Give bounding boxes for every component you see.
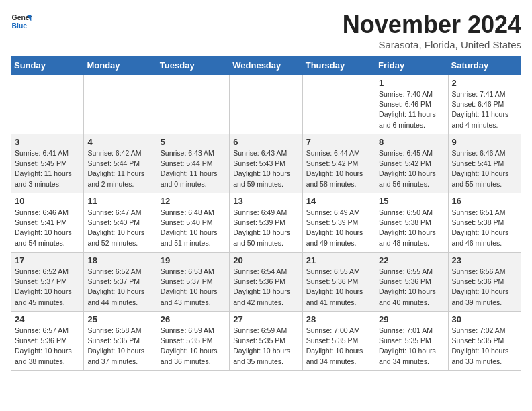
- logo: General Blue: [11, 11, 32, 32]
- day-number: 18: [87, 255, 152, 265]
- logo-icon: General Blue: [11, 11, 32, 32]
- day-info: Sunrise: 6:45 AM Sunset: 5:42 PM Dayligh…: [379, 148, 444, 189]
- calendar-header-cell: Sunday: [11, 56, 84, 75]
- calendar-day-cell: [11, 75, 84, 134]
- calendar-day-cell: 20Sunrise: 6:54 AM Sunset: 5:36 PM Dayli…: [230, 253, 302, 312]
- day-number: 2: [452, 78, 517, 88]
- calendar-week-row: 3Sunrise: 6:41 AM Sunset: 5:45 PM Daylig…: [11, 134, 521, 193]
- day-info: Sunrise: 6:54 AM Sunset: 5:36 PM Dayligh…: [233, 267, 298, 308]
- calendar-day-cell: 19Sunrise: 6:53 AM Sunset: 5:37 PM Dayli…: [157, 253, 229, 312]
- day-number: 5: [161, 137, 226, 147]
- day-info: Sunrise: 6:59 AM Sunset: 5:35 PM Dayligh…: [233, 326, 298, 367]
- day-number: 15: [379, 196, 444, 206]
- day-info: Sunrise: 6:55 AM Sunset: 5:36 PM Dayligh…: [306, 267, 371, 308]
- calendar-day-cell: 23Sunrise: 6:56 AM Sunset: 5:36 PM Dayli…: [448, 253, 521, 312]
- day-number: 24: [15, 314, 80, 324]
- calendar-day-cell: 2Sunrise: 7:41 AM Sunset: 6:46 PM Daylig…: [448, 75, 521, 134]
- day-info: Sunrise: 6:55 AM Sunset: 5:36 PM Dayligh…: [379, 267, 444, 308]
- calendar-day-cell: 29Sunrise: 7:01 AM Sunset: 5:35 PM Dayli…: [375, 312, 448, 371]
- day-number: 6: [233, 137, 298, 147]
- calendar-day-cell: 17Sunrise: 6:52 AM Sunset: 5:37 PM Dayli…: [11, 253, 84, 312]
- day-number: 3: [15, 137, 80, 147]
- day-number: 20: [233, 255, 298, 265]
- day-number: 7: [306, 137, 371, 147]
- day-info: Sunrise: 6:58 AM Sunset: 5:35 PM Dayligh…: [87, 326, 152, 367]
- day-info: Sunrise: 6:51 AM Sunset: 5:38 PM Dayligh…: [452, 208, 517, 248]
- title-area: November 2024 Sarasota, Florida, United …: [343, 11, 521, 50]
- calendar-day-cell: 21Sunrise: 6:55 AM Sunset: 5:36 PM Dayli…: [302, 253, 375, 312]
- day-info: Sunrise: 6:43 AM Sunset: 5:44 PM Dayligh…: [161, 148, 226, 189]
- calendar-week-row: 17Sunrise: 6:52 AM Sunset: 5:37 PM Dayli…: [11, 253, 521, 312]
- day-number: 30: [452, 314, 517, 324]
- day-info: Sunrise: 6:52 AM Sunset: 5:37 PM Dayligh…: [15, 267, 80, 308]
- day-info: Sunrise: 6:41 AM Sunset: 5:45 PM Dayligh…: [15, 148, 80, 189]
- day-info: Sunrise: 6:48 AM Sunset: 5:40 PM Dayligh…: [161, 208, 226, 248]
- calendar-day-cell: 24Sunrise: 6:57 AM Sunset: 5:36 PM Dayli…: [11, 312, 84, 371]
- calendar-day-cell: 9Sunrise: 6:46 AM Sunset: 5:41 PM Daylig…: [448, 134, 521, 193]
- calendar-header-cell: Friday: [375, 56, 448, 75]
- day-number: 22: [379, 255, 444, 265]
- day-info: Sunrise: 6:50 AM Sunset: 5:38 PM Dayligh…: [379, 208, 444, 248]
- day-info: Sunrise: 6:49 AM Sunset: 5:39 PM Dayligh…: [306, 208, 371, 248]
- calendar-day-cell: 16Sunrise: 6:51 AM Sunset: 5:38 PM Dayli…: [448, 193, 521, 253]
- day-number: 16: [452, 196, 517, 206]
- calendar-day-cell: 28Sunrise: 7:00 AM Sunset: 5:35 PM Dayli…: [302, 312, 375, 371]
- calendar-day-cell: 14Sunrise: 6:49 AM Sunset: 5:39 PM Dayli…: [302, 193, 375, 253]
- day-number: 25: [87, 314, 152, 324]
- calendar-day-cell: 22Sunrise: 6:55 AM Sunset: 5:36 PM Dayli…: [375, 253, 448, 312]
- day-number: 10: [15, 196, 80, 206]
- calendar-day-cell: 13Sunrise: 6:49 AM Sunset: 5:39 PM Dayli…: [230, 193, 302, 253]
- day-number: 29: [379, 314, 444, 324]
- day-info: Sunrise: 6:59 AM Sunset: 5:35 PM Dayligh…: [161, 326, 226, 367]
- day-number: 19: [161, 255, 226, 265]
- day-number: 17: [15, 255, 80, 265]
- day-info: Sunrise: 6:46 AM Sunset: 5:41 PM Dayligh…: [452, 148, 517, 189]
- day-info: Sunrise: 7:00 AM Sunset: 5:35 PM Dayligh…: [306, 326, 371, 367]
- day-info: Sunrise: 6:57 AM Sunset: 5:36 PM Dayligh…: [15, 326, 80, 367]
- day-info: Sunrise: 6:49 AM Sunset: 5:39 PM Dayligh…: [233, 208, 298, 248]
- day-number: 12: [161, 196, 226, 206]
- calendar-day-cell: [302, 75, 375, 134]
- calendar-day-cell: 15Sunrise: 6:50 AM Sunset: 5:38 PM Dayli…: [375, 193, 448, 253]
- day-number: 26: [161, 314, 226, 324]
- calendar-header-cell: Saturday: [448, 56, 521, 75]
- day-info: Sunrise: 6:56 AM Sunset: 5:36 PM Dayligh…: [452, 267, 517, 308]
- calendar-day-cell: 6Sunrise: 6:43 AM Sunset: 5:43 PM Daylig…: [230, 134, 302, 193]
- calendar-table: SundayMondayTuesdayWednesdayThursdayFrid…: [11, 56, 521, 371]
- day-number: 4: [87, 137, 152, 147]
- calendar-day-cell: 11Sunrise: 6:47 AM Sunset: 5:40 PM Dayli…: [84, 193, 157, 253]
- svg-text:Blue: Blue: [12, 22, 28, 30]
- day-number: 1: [379, 78, 444, 88]
- day-number: 9: [452, 137, 517, 147]
- day-info: Sunrise: 6:46 AM Sunset: 5:41 PM Dayligh…: [15, 208, 80, 248]
- month-title: November 2024: [343, 11, 521, 39]
- day-info: Sunrise: 7:40 AM Sunset: 6:46 PM Dayligh…: [379, 89, 444, 130]
- day-number: 11: [87, 196, 152, 206]
- calendar-day-cell: 5Sunrise: 6:43 AM Sunset: 5:44 PM Daylig…: [157, 134, 229, 193]
- calendar-week-row: 10Sunrise: 6:46 AM Sunset: 5:41 PM Dayli…: [11, 193, 521, 253]
- calendar-header-cell: Thursday: [302, 56, 375, 75]
- day-number: 21: [306, 255, 371, 265]
- calendar-day-cell: 27Sunrise: 6:59 AM Sunset: 5:35 PM Dayli…: [230, 312, 302, 371]
- calendar-day-cell: 10Sunrise: 6:46 AM Sunset: 5:41 PM Dayli…: [11, 193, 84, 253]
- day-info: Sunrise: 6:43 AM Sunset: 5:43 PM Dayligh…: [233, 148, 298, 189]
- day-info: Sunrise: 6:44 AM Sunset: 5:42 PM Dayligh…: [306, 148, 371, 189]
- day-number: 23: [452, 255, 517, 265]
- calendar-day-cell: 7Sunrise: 6:44 AM Sunset: 5:42 PM Daylig…: [302, 134, 375, 193]
- calendar-day-cell: [84, 75, 157, 134]
- calendar-header-row: SundayMondayTuesdayWednesdayThursdayFrid…: [11, 56, 521, 75]
- day-number: 28: [306, 314, 371, 324]
- calendar-day-cell: 8Sunrise: 6:45 AM Sunset: 5:42 PM Daylig…: [375, 134, 448, 193]
- day-info: Sunrise: 7:02 AM Sunset: 5:35 PM Dayligh…: [452, 326, 517, 367]
- day-info: Sunrise: 7:41 AM Sunset: 6:46 PM Dayligh…: [452, 89, 517, 130]
- calendar-week-row: 1Sunrise: 7:40 AM Sunset: 6:46 PM Daylig…: [11, 75, 521, 134]
- day-info: Sunrise: 6:42 AM Sunset: 5:44 PM Dayligh…: [87, 148, 152, 189]
- calendar-header-cell: Wednesday: [230, 56, 302, 75]
- day-number: 14: [306, 196, 371, 206]
- calendar-day-cell: [230, 75, 302, 134]
- location: Sarasota, Florida, United States: [343, 39, 521, 50]
- calendar-header-cell: Tuesday: [157, 56, 229, 75]
- header: General Blue November 2024 Sarasota, Flo…: [11, 11, 521, 50]
- calendar-day-cell: 1Sunrise: 7:40 AM Sunset: 6:46 PM Daylig…: [375, 75, 448, 134]
- calendar-day-cell: 25Sunrise: 6:58 AM Sunset: 5:35 PM Dayli…: [84, 312, 157, 371]
